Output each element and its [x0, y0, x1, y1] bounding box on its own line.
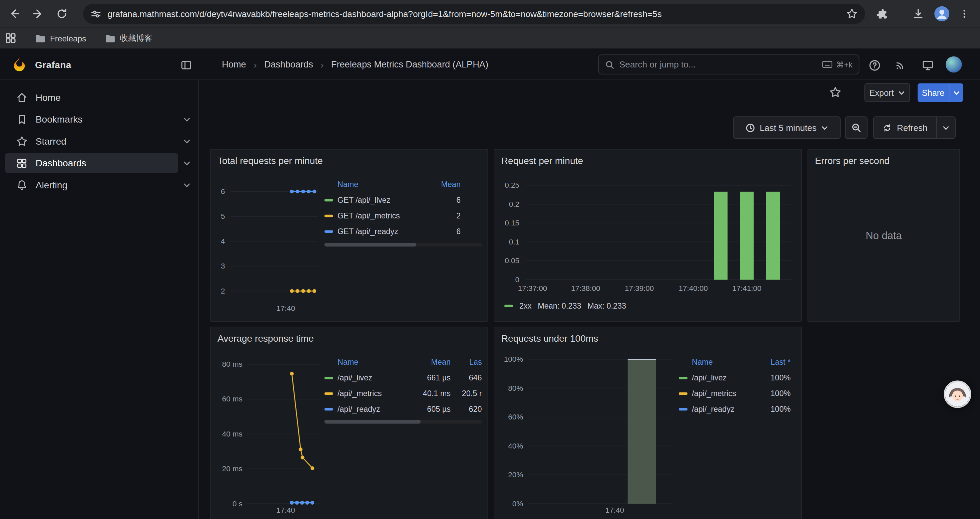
user-avatar[interactable]	[946, 56, 962, 73]
reload-icon[interactable]	[52, 4, 71, 23]
legend-header-name[interactable]: Name	[679, 358, 760, 367]
chevron-down-icon[interactable]	[183, 115, 191, 123]
brand-name: Grafana	[35, 59, 72, 70]
series-value: 6	[434, 196, 461, 204]
series-value: 605 µs	[412, 404, 451, 413]
grafana-header: Grafana Home › Dashboards › Freeleaps Me…	[0, 49, 980, 80]
svg-text:3: 3	[221, 262, 225, 270]
legend-row: /api/_metrics100%	[679, 385, 795, 401]
legend-row: /api/_livez661 µs646	[324, 370, 482, 385]
site-settings-icon[interactable]	[91, 8, 102, 19]
series-name[interactable]: /api/_livez	[692, 374, 727, 382]
time-range-picker[interactable]: Last 5 minutes	[733, 117, 841, 139]
scrollbar-thumb[interactable]	[324, 243, 416, 246]
news-rss-icon[interactable]	[892, 57, 909, 73]
zoom-out-button[interactable]	[845, 117, 867, 139]
legend-scrollbar[interactable]	[324, 420, 482, 423]
assistant-avatar[interactable]	[943, 380, 971, 408]
home-icon	[16, 92, 28, 103]
series-color-dash	[324, 392, 333, 394]
legend-scrollbar[interactable]	[324, 243, 482, 246]
panel-title[interactable]: Request per minute	[501, 155, 583, 166]
legend-header-name[interactable]: Name	[324, 180, 434, 189]
sidebar-item-home[interactable]: Home	[0, 86, 198, 109]
dashboard-toolbar: Export Share	[199, 80, 980, 105]
chevron-down-icon[interactable]	[183, 181, 191, 188]
downloads-icon[interactable]	[908, 4, 927, 23]
panel-request-per-minute: Request per minute 0.250.20.150.10.05017…	[494, 149, 802, 322]
bookmark-folder-blogs[interactable]: 收藏博客	[100, 30, 157, 46]
panel-title[interactable]: Requests under 100ms	[501, 333, 598, 344]
sidebar-toggle-icon[interactable]	[178, 57, 194, 73]
extensions-icon[interactable]	[873, 4, 891, 23]
series-name[interactable]: 2xx	[519, 302, 531, 310]
legend-header[interactable]: Mean	[412, 358, 451, 367]
chevron-down-icon[interactable]	[183, 137, 191, 145]
refresh-interval-chevron[interactable]	[936, 117, 955, 138]
grafana-brand[interactable]: Grafana	[11, 49, 72, 80]
panel-total-requests: Total requests per minute 6543217:40 Nam…	[210, 149, 488, 322]
panel-title[interactable]: Total requests per minute	[218, 155, 323, 166]
clock-icon	[746, 123, 755, 132]
series-name[interactable]: /api/_readyz	[337, 404, 380, 413]
series-name[interactable]: /api/_readyz	[692, 404, 735, 413]
sidebar-item-bookmarks[interactable]: Bookmarks	[0, 108, 198, 130]
apps-grid-icon[interactable]	[0, 29, 21, 47]
browser-toolbar	[0, 0, 980, 27]
browser-profile-avatar[interactable]	[932, 4, 951, 23]
svg-text:80 ms: 80 ms	[222, 360, 242, 368]
series-name[interactable]: /api/_metrics	[337, 389, 382, 398]
svg-text:0.1: 0.1	[509, 238, 519, 246]
favorite-star-icon[interactable]	[829, 86, 841, 101]
panel-requests-under-100ms: Requests under 100ms 100%80%60%40%20%0%1…	[494, 327, 802, 519]
legend-row: GET /api/_readyz6	[324, 224, 482, 239]
share-split-button: Share	[918, 83, 963, 102]
series-name[interactable]: /api/_metrics	[692, 389, 736, 398]
sidebar-item-dashboards[interactable]: Dashboards	[0, 152, 198, 174]
export-button[interactable]: Export	[864, 83, 910, 102]
folder-icon	[35, 34, 46, 43]
series-name[interactable]: GET /api/_readyz	[337, 227, 398, 235]
breadcrumb-home[interactable]: Home	[222, 59, 246, 69]
search-input[interactable]	[619, 59, 822, 69]
series-name[interactable]: GET /api/_metrics	[337, 211, 400, 220]
scrollbar-thumb[interactable]	[324, 420, 421, 423]
series-value: 2	[434, 211, 461, 220]
sidebar-item-starred[interactable]: Starred	[0, 130, 198, 152]
url-input[interactable]	[107, 9, 846, 19]
svg-text:6: 6	[221, 187, 225, 196]
browser-menu-icon[interactable]	[955, 4, 974, 23]
series-color-dash	[324, 408, 333, 410]
breadcrumb-dashboards[interactable]: Dashboards	[264, 59, 313, 69]
legend-header[interactable]: Mean	[434, 180, 461, 189]
dashboards-icon	[16, 157, 28, 169]
help-icon[interactable]	[866, 57, 883, 73]
svg-text:17:40:00: 17:40:00	[679, 284, 708, 292]
refresh-button[interactable]: Refresh	[873, 117, 936, 138]
search-bar[interactable]: ⌘+k	[598, 54, 859, 75]
back-icon[interactable]	[5, 4, 24, 23]
monitor-icon[interactable]	[919, 57, 935, 73]
svg-text:0.05: 0.05	[505, 257, 519, 265]
bookmark-star-icon[interactable]	[846, 8, 858, 19]
legend-header[interactable]: Last *	[760, 358, 791, 367]
series-name[interactable]: /api/_livez	[337, 374, 372, 382]
bookmark-folder-freeleaps[interactable]: Freeleaps	[30, 31, 91, 45]
share-button[interactable]: Share	[918, 83, 949, 102]
legend-row: /api/_readyz100%	[679, 401, 795, 417]
forward-icon[interactable]	[29, 4, 48, 23]
sidebar-item-alerting[interactable]: Alerting	[0, 174, 198, 196]
svg-text:2: 2	[221, 287, 225, 295]
series-name[interactable]: GET /api/_livez	[337, 196, 390, 204]
panel-title[interactable]: Average response time	[218, 333, 314, 344]
legend-header[interactable]: Las	[457, 358, 482, 367]
share-menu-chevron[interactable]	[949, 83, 963, 102]
address-bar[interactable]	[83, 4, 865, 24]
keyboard-icon	[822, 61, 832, 68]
legend-row: /api/_livez100%	[679, 370, 795, 385]
svg-text:80%: 80%	[508, 384, 523, 393]
grafana-logo-icon	[11, 56, 28, 73]
bookmark-folder-label: Freeleaps	[50, 34, 86, 43]
chevron-down-icon[interactable]	[183, 159, 191, 167]
legend-header-name[interactable]: Name	[324, 358, 412, 367]
